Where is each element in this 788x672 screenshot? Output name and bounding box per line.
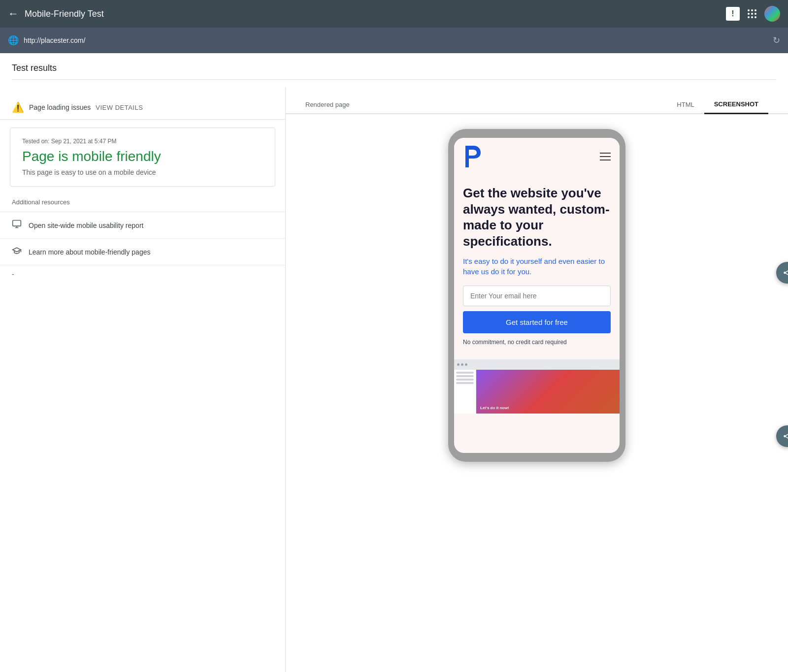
share-button-top[interactable] xyxy=(776,262,788,284)
svg-line-5 xyxy=(786,271,788,272)
tested-on-date: Tested on: Sep 21, 2021 at 5:47 PM xyxy=(22,138,263,145)
apps-button[interactable] xyxy=(748,9,756,18)
body-layout: ⚠️ Page loading issues VIEW DETAILS Test… xyxy=(0,88,788,672)
mobile-friendly-desc: This page is easy to use on a mobile dev… xyxy=(22,168,263,176)
url-bar: 🌐 ↻ xyxy=(0,28,788,53)
placester-nav xyxy=(454,138,620,175)
svg-point-2 xyxy=(784,272,786,274)
usability-report-icon xyxy=(12,219,22,231)
preview-sidebar xyxy=(454,370,476,414)
divider xyxy=(12,79,776,80)
preview-body: Let's do it now! xyxy=(454,370,620,414)
preview-text-overlay: Let's do it now! xyxy=(480,406,509,410)
right-panel: Rendered page HTML SCREENSHOT xyxy=(286,88,788,672)
no-commitment-text: No commitment, no credit card required xyxy=(463,338,611,347)
svg-point-7 xyxy=(784,435,786,438)
globe-icon: 🌐 xyxy=(8,35,19,46)
usability-report-text: Open site-wide mobile usability report xyxy=(29,222,143,229)
page-title: Test results xyxy=(12,63,776,73)
svg-line-4 xyxy=(786,273,788,275)
view-details-link[interactable]: VIEW DETAILS xyxy=(96,104,143,111)
tab-screenshot[interactable]: SCREENSHOT xyxy=(704,96,768,114)
tabs-bar: Rendered page HTML SCREENSHOT xyxy=(286,96,788,114)
resource-item-learn[interactable]: Learn more about mobile-friendly pages xyxy=(0,238,285,265)
phone-container: Get the website you've always wanted, cu… xyxy=(286,124,788,467)
main-content: Test results xyxy=(0,53,788,88)
svg-line-9 xyxy=(786,437,788,438)
app-bar-title: Mobile-Friendly Test xyxy=(25,9,720,19)
app-bar-actions xyxy=(726,6,780,22)
share-button-bottom[interactable] xyxy=(776,425,788,447)
email-input[interactable] xyxy=(463,286,611,306)
left-panel: ⚠️ Page loading issues VIEW DETAILS Test… xyxy=(0,88,286,672)
dash-item: - xyxy=(0,265,285,283)
issues-text: Page loading issues xyxy=(29,103,91,111)
hero-title: Get the website you've always wanted, cu… xyxy=(463,185,611,249)
mobile-friendly-title: Page is mobile friendly xyxy=(22,149,263,164)
warning-icon: ⚠️ xyxy=(12,101,24,113)
back-button[interactable]: ← xyxy=(8,7,19,20)
resource-item-usability[interactable]: Open site-wide mobile usability report xyxy=(0,212,285,238)
additional-resources-title: Additional resources xyxy=(0,198,285,212)
grid-icon xyxy=(748,9,756,18)
url-input[interactable] xyxy=(24,36,768,44)
refresh-icon[interactable]: ↻ xyxy=(773,35,780,46)
preview-main: Let's do it now! xyxy=(476,370,620,414)
feedback-button[interactable] xyxy=(726,7,740,21)
placester-hero: Get the website you've always wanted, cu… xyxy=(454,175,620,354)
tab-html[interactable]: HTML xyxy=(667,96,704,113)
tab-rendered[interactable]: Rendered page xyxy=(305,96,350,113)
result-card: Tested on: Sep 21, 2021 at 5:47 PM Page … xyxy=(10,128,275,187)
issues-bar: ⚠️ Page loading issues VIEW DETAILS xyxy=(0,96,285,120)
avatar[interactable] xyxy=(764,6,780,22)
phone-screen: Get the website you've always wanted, cu… xyxy=(454,138,620,453)
learn-icon xyxy=(12,246,22,258)
cta-button[interactable]: Get started for free xyxy=(463,311,611,333)
placester-logo xyxy=(463,146,481,167)
app-bar: ← Mobile-Friendly Test xyxy=(0,0,788,28)
preview-header xyxy=(454,360,620,370)
phone-mockup: Get the website you've always wanted, cu… xyxy=(448,129,625,462)
svg-rect-0 xyxy=(13,221,21,226)
svg-line-10 xyxy=(786,434,788,436)
screenshot-preview: Let's do it now! xyxy=(454,359,620,414)
hamburger-icon[interactable] xyxy=(600,153,611,160)
learn-text: Learn more about mobile-friendly pages xyxy=(29,248,150,256)
hero-subtitle: It's easy to do it yourself and even eas… xyxy=(463,256,611,277)
